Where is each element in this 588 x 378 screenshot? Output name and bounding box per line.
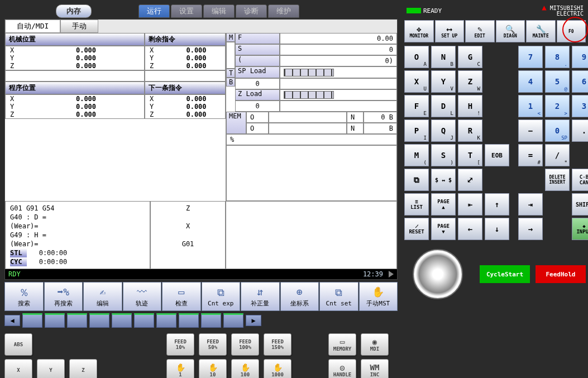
key-window[interactable]: ⧉	[404, 169, 429, 191]
fn-coord[interactable]: ⊕坐标系	[280, 282, 319, 311]
nav-box-5[interactable]	[112, 313, 132, 328]
fn-trace[interactable]: 〰轨迹	[123, 282, 162, 311]
mode-setup[interactable]: ⟷SET UP	[435, 20, 465, 42]
key-h[interactable]: H!	[458, 95, 482, 117]
btn-handle100[interactable]: ✋100	[231, 359, 259, 378]
key-s[interactable]: S)	[431, 144, 456, 166]
key-dot[interactable]: .,	[572, 119, 588, 142]
key-y[interactable]: YV	[431, 70, 456, 93]
key-p[interactable]: PI	[404, 119, 429, 142]
nav-right[interactable]: ▶	[246, 315, 261, 326]
btn-abs[interactable]: ABS	[4, 333, 32, 356]
mode-edit[interactable]: ✎EDIT	[465, 20, 495, 42]
nav-box-2[interactable]	[45, 313, 65, 328]
key-1[interactable]: 1<	[518, 95, 543, 117]
fn-edit[interactable]: ✍编辑	[83, 282, 122, 311]
key-f[interactable]: FE	[404, 95, 429, 117]
nav-box-6[interactable]	[134, 313, 154, 328]
key-updown[interactable]: ⤢	[458, 169, 482, 191]
fn-manmst[interactable]: ✋手动MST	[359, 282, 398, 311]
key-q[interactable]: QJ	[431, 119, 456, 142]
nav-left[interactable]: ◀	[4, 315, 20, 326]
key-5[interactable]: 5@	[545, 70, 570, 93]
nav-box-1[interactable]	[22, 313, 42, 328]
btn-memory[interactable]: ▭MEMORY	[328, 333, 356, 356]
nav-box-8[interactable]	[179, 313, 199, 328]
key-right[interactable]: →	[518, 218, 543, 240]
key-cb-can[interactable]: C·BCAN	[572, 169, 588, 191]
jog-wheel[interactable]	[413, 249, 463, 299]
key-delete-insert[interactable]: DELETEINSERT	[545, 169, 570, 191]
key-4[interactable]: 4	[518, 70, 543, 93]
fn-cntexp[interactable]: ⧉Cnt exp	[202, 282, 241, 311]
key-8[interactable]: 8.	[545, 46, 570, 68]
key-9[interactable]: 9$	[572, 46, 588, 68]
tab-setup[interactable]: 设置	[171, 4, 202, 18]
tab-run[interactable]: 运行	[138, 4, 170, 18]
btn-mdi[interactable]: ◉MDI	[361, 333, 389, 356]
nav-box-9[interactable]	[201, 313, 221, 328]
btn-handle1000[interactable]: ✋1000	[264, 359, 291, 378]
key-minus[interactable]: −	[518, 119, 543, 142]
key-reset[interactable]: ⟋RESET	[404, 218, 429, 240]
mode-monitor[interactable]: ✥MONITOR	[404, 20, 434, 42]
cycle-start-button[interactable]: CycleStart	[480, 265, 530, 283]
key-down[interactable]: ↓	[485, 218, 509, 240]
tab-diagnose[interactable]: 诊断	[236, 4, 267, 18]
tab-edit[interactable]: 编辑	[203, 4, 235, 18]
btn-feed100[interactable]: FEED100%	[231, 333, 259, 356]
key-page-up[interactable]: PAGE▲	[431, 193, 456, 216]
btn-feed10[interactable]: FEED10%	[166, 333, 194, 356]
key-slash[interactable]: /*	[545, 144, 570, 166]
nav-box-4[interactable]	[89, 313, 109, 328]
btn-x[interactable]: X	[4, 359, 32, 378]
nav-box-10[interactable]	[223, 313, 243, 328]
key-0[interactable]: 0SP	[545, 119, 570, 142]
key-2[interactable]: 2>	[545, 95, 570, 117]
key-x[interactable]: XU	[404, 70, 429, 93]
key-dollar[interactable]: $ ↔ $	[431, 169, 456, 191]
mode-diagn[interactable]: 🔍DIAGN	[496, 20, 525, 42]
key-o[interactable]: OA	[404, 46, 429, 68]
key-r[interactable]: RK	[458, 119, 482, 142]
key-page-down[interactable]: PAGE▼	[431, 218, 456, 240]
key-t[interactable]: T[	[458, 144, 482, 166]
btn-handle[interactable]: ◎HANDLE	[328, 359, 356, 378]
key-home[interactable]: ⇤	[458, 193, 482, 216]
fn-research[interactable]: ➡%再搜索	[44, 282, 83, 311]
key-m[interactable]: M(	[404, 144, 429, 166]
tab-maintain[interactable]: 维护	[268, 4, 299, 18]
key-input[interactable]: ◆INPUT	[572, 218, 588, 240]
btn-feed150[interactable]: FEED150%	[264, 333, 291, 356]
key-7[interactable]: 7	[518, 46, 543, 68]
btn-inc[interactable]: WMINC	[361, 359, 389, 378]
mode-mainte[interactable]: 🔧MAINTE	[526, 20, 556, 42]
key-eob[interactable]: EOB	[485, 144, 509, 166]
key-3[interactable]: 3*	[572, 95, 588, 117]
subtab-auto[interactable]: 自动/MDI	[5, 20, 60, 33]
key-shift[interactable]: SHIFT	[572, 193, 588, 216]
fn-cntset[interactable]: ⧉Cnt set	[319, 282, 358, 311]
key-list[interactable]: ≡LIST	[404, 193, 429, 216]
key-n[interactable]: NB	[431, 46, 456, 68]
btn-y[interactable]: Y	[37, 359, 65, 378]
key-end[interactable]: ⇥	[518, 193, 543, 216]
key-d[interactable]: DL	[431, 95, 456, 117]
fn-offset[interactable]: ⇵补正量	[241, 282, 280, 311]
nav-box-7[interactable]	[156, 313, 176, 328]
fn-check[interactable]: ▭检查	[162, 282, 201, 311]
nav-box-3[interactable]	[67, 313, 87, 328]
key-6[interactable]: 6~	[572, 70, 588, 93]
key-g[interactable]: GC	[458, 46, 482, 68]
btn-handle1[interactable]: ✋1	[166, 359, 194, 378]
key-z[interactable]: ZW	[458, 70, 482, 93]
btn-feed50[interactable]: FEED50%	[199, 333, 227, 356]
btn-z[interactable]: Z	[69, 359, 97, 378]
key-left[interactable]: ←	[458, 218, 482, 240]
fn-search[interactable]: ％搜索	[4, 282, 44, 311]
mode-f0[interactable]: F0	[557, 20, 586, 42]
key-up[interactable]: ↑	[485, 193, 509, 216]
btn-handle10[interactable]: ✋10	[199, 359, 227, 378]
key-eq[interactable]: =#	[518, 144, 543, 166]
feed-hold-button[interactable]: FeedHold	[536, 265, 586, 283]
